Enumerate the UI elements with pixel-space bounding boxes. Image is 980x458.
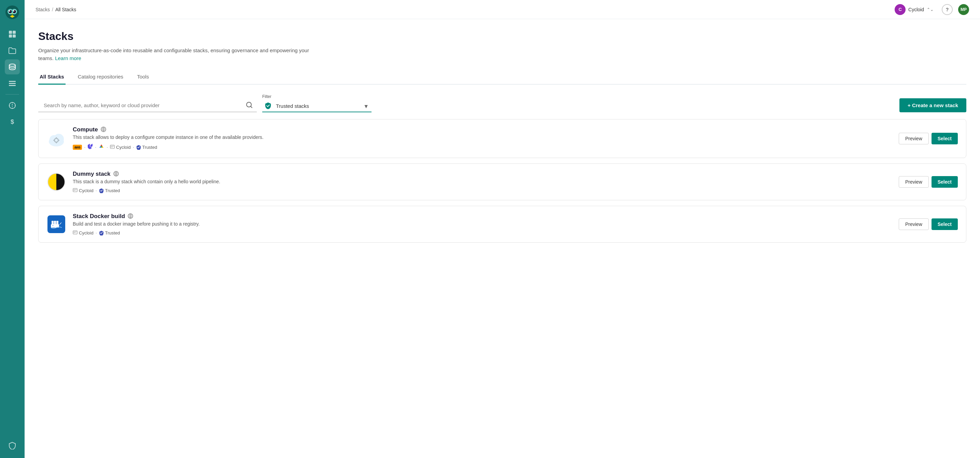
svg-point-14	[9, 64, 15, 67]
globe-icon-compute	[101, 127, 106, 133]
svg-point-47	[52, 225, 53, 226]
meta-author-docker: Cycloid	[73, 230, 94, 236]
svg-rect-49	[73, 231, 77, 234]
dummy-logo-image	[48, 173, 65, 191]
gcp-icon	[98, 143, 105, 151]
sidebar-item-compass[interactable]	[5, 98, 20, 113]
svg-rect-17	[9, 85, 16, 86]
stack-logo-compute	[47, 129, 66, 148]
sidebar-item-dashboard[interactable]	[5, 27, 20, 42]
select-button-docker[interactable]: Select	[932, 219, 958, 230]
header: Stacks / All Stacks C Cycloid ⌃⌄ ? MP	[25, 0, 980, 19]
sidebar-item-folder[interactable]	[5, 43, 20, 58]
stack-info-dummy: Dummy stack This stack is a dummy stack …	[73, 171, 892, 193]
stack-card-compute: Compute This stack allows to deploy a co…	[38, 119, 966, 158]
select-button-dummy[interactable]: Select	[932, 176, 958, 188]
stack-meta-docker: Cycloid · Trusted	[73, 230, 892, 236]
stack-meta-compute: aws · ·	[73, 143, 892, 151]
svg-rect-42	[54, 223, 56, 225]
globe-icon-docker	[128, 213, 133, 220]
stack-card-docker-build: Stack Docker build Build and test a dock…	[38, 206, 966, 242]
select-button-compute[interactable]: Select	[932, 133, 958, 144]
tab-catalog-repositories[interactable]: Catalog repositories	[76, 70, 125, 85]
toolbar: Filter Trusted stacks All stacks My stac…	[38, 85, 966, 119]
stack-desc-docker: Build and test a docker image before pus…	[73, 221, 892, 227]
svg-rect-37	[110, 145, 115, 149]
sidebar-item-security[interactable]	[5, 438, 20, 453]
svg-rect-43	[56, 223, 58, 225]
org-chevron-icon: ⌃⌄	[927, 7, 934, 12]
preview-button-dummy[interactable]: Preview	[899, 176, 929, 188]
stack-name-row-dummy: Dummy stack	[73, 171, 892, 177]
svg-rect-12	[9, 35, 12, 38]
trusted-badge-compute: Trusted	[136, 145, 158, 150]
breadcrumb: Stacks / All Stacks	[35, 7, 76, 12]
filter-container: Filter Trusted stacks All stacks My stac…	[262, 94, 372, 112]
stacks-list: Compute This stack allows to deploy a co…	[38, 119, 966, 242]
terraform-icon	[88, 144, 93, 151]
search-container	[38, 99, 257, 112]
svg-rect-13	[13, 35, 16, 38]
sidebar-item-stacks[interactable]	[5, 59, 20, 74]
stack-card-dummy: Dummy stack This stack is a dummy stack …	[38, 163, 966, 200]
svg-rect-41	[52, 223, 54, 225]
stack-desc-compute: This stack allows to deploy a configure …	[73, 135, 892, 140]
stack-logo-docker	[47, 215, 66, 234]
header-right: C Cycloid ⌃⌄ ? MP	[892, 3, 969, 16]
breadcrumb-separator: /	[52, 7, 53, 12]
svg-rect-11	[13, 31, 16, 34]
svg-rect-10	[9, 31, 12, 34]
tabs: All Stacks Catalog repositories Tools	[38, 70, 966, 85]
org-selector[interactable]: C Cycloid ⌃⌄	[892, 3, 936, 16]
sidebar-logo	[4, 4, 21, 21]
help-button[interactable]: ?	[942, 4, 953, 15]
stack-logo-dummy	[47, 172, 66, 192]
svg-rect-46	[56, 221, 58, 223]
svg-point-27	[55, 139, 58, 142]
svg-rect-30	[53, 140, 55, 141]
tab-tools[interactable]: Tools	[135, 70, 150, 85]
meta-author-compute: Cycloid	[110, 145, 131, 150]
stack-info-compute: Compute This stack allows to deploy a co…	[73, 126, 892, 151]
breadcrumb-parent[interactable]: Stacks	[35, 7, 50, 12]
search-icon	[246, 101, 253, 110]
trusted-badge-docker: Trusted	[99, 230, 120, 236]
preview-button-docker[interactable]: Preview	[899, 219, 929, 230]
svg-rect-31	[58, 140, 59, 141]
globe-icon-dummy	[113, 171, 119, 177]
svg-rect-44	[52, 221, 54, 223]
svg-point-6	[13, 10, 14, 12]
trusted-badge-dummy: Trusted	[99, 188, 120, 193]
stack-name-row-docker: Stack Docker build	[73, 213, 892, 220]
svg-rect-28	[56, 137, 57, 139]
stack-actions-compute: Preview Select	[899, 133, 958, 144]
sidebar-item-environments[interactable]	[5, 76, 20, 91]
svg-point-4	[13, 10, 16, 13]
org-avatar: C	[895, 4, 905, 15]
svg-rect-29	[56, 142, 57, 143]
user-avatar[interactable]: MP	[958, 4, 969, 15]
svg-point-5	[9, 10, 10, 12]
stack-info-docker: Stack Docker build Build and test a dock…	[73, 213, 892, 236]
svg-rect-16	[9, 83, 16, 84]
preview-button-compute[interactable]: Preview	[899, 133, 929, 144]
learn-more-link[interactable]: Learn more	[55, 55, 81, 61]
stack-actions-docker: Preview Select	[899, 219, 958, 230]
stack-actions-dummy: Preview Select	[899, 176, 958, 188]
page-title: Stacks	[38, 30, 966, 43]
svg-point-3	[8, 10, 12, 13]
svg-marker-20	[12, 105, 13, 108]
filter-select-wrapper: Trusted stacks All stacks My stacks ▼	[262, 100, 372, 112]
tab-all-stacks[interactable]: All Stacks	[38, 70, 65, 85]
filter-label: Filter	[262, 94, 372, 99]
svg-marker-19	[12, 103, 13, 105]
filter-select[interactable]: Trusted stacks All stacks My stacks	[262, 100, 372, 112]
svg-rect-45	[54, 221, 56, 223]
create-new-stack-button[interactable]: + Create a new stack	[899, 98, 966, 112]
search-input[interactable]	[38, 99, 257, 112]
stack-meta-dummy: Cycloid · Trusted	[73, 188, 892, 193]
page-description: Organize your infrastructure-as-code int…	[38, 47, 312, 62]
stack-name-row-compute: Compute	[73, 126, 892, 133]
sidebar: $	[0, 0, 25, 458]
sidebar-item-billing[interactable]: $	[5, 114, 20, 129]
